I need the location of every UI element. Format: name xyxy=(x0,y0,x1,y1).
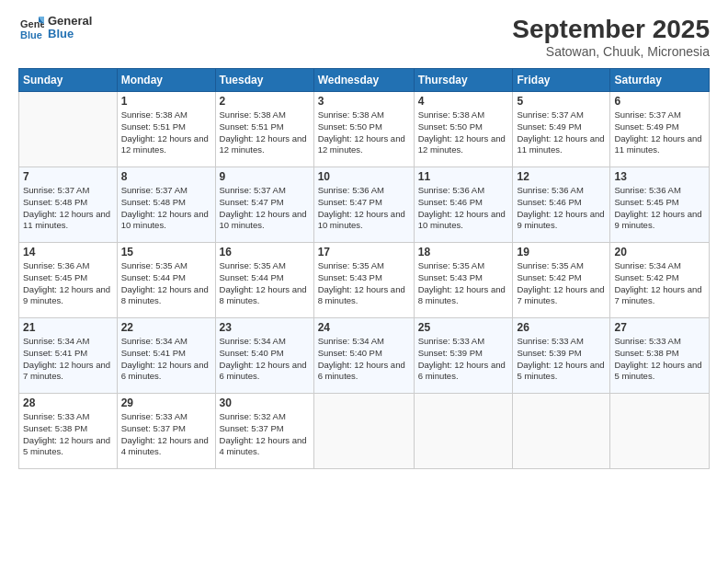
day-number: 5 xyxy=(517,95,606,108)
day-info: Sunrise: 5:37 AMSunset: 5:49 PMDaylight:… xyxy=(614,109,705,156)
calendar-week-3: 14 Sunrise: 5:36 AMSunset: 5:45 PMDaylig… xyxy=(19,243,710,318)
calendar-cell: 25 Sunrise: 5:33 AMSunset: 5:39 PMDaylig… xyxy=(414,318,513,394)
col-header-saturday: Saturday xyxy=(610,69,710,92)
day-number: 28 xyxy=(23,396,113,409)
day-info: Sunrise: 5:34 AMSunset: 5:42 PMDaylight:… xyxy=(614,260,705,307)
day-info: Sunrise: 5:33 AMSunset: 5:37 PMDaylight:… xyxy=(121,411,211,458)
day-info: Sunrise: 5:35 AMSunset: 5:44 PMDaylight:… xyxy=(220,260,310,307)
day-number: 29 xyxy=(121,396,211,409)
col-header-sunday: Sunday xyxy=(19,69,118,92)
calendar-cell: 26 Sunrise: 5:33 AMSunset: 5:39 PMDaylig… xyxy=(513,318,610,394)
day-info: Sunrise: 5:35 AMSunset: 5:42 PMDaylight:… xyxy=(517,260,606,307)
day-number: 30 xyxy=(220,396,310,409)
logo-text-general: General xyxy=(48,15,92,28)
col-header-monday: Monday xyxy=(117,69,215,92)
day-number: 3 xyxy=(318,95,410,108)
day-info: Sunrise: 5:32 AMSunset: 5:37 PMDaylight:… xyxy=(220,411,310,458)
day-info: Sunrise: 5:36 AMSunset: 5:46 PMDaylight:… xyxy=(418,185,509,232)
calendar-cell: 10 Sunrise: 5:36 AMSunset: 5:47 PMDaylig… xyxy=(313,167,414,243)
day-number: 15 xyxy=(121,246,211,259)
calendar-cell: 1 Sunrise: 5:38 AMSunset: 5:51 PMDayligh… xyxy=(117,92,215,167)
day-number: 18 xyxy=(418,246,509,259)
calendar-cell xyxy=(513,394,610,469)
day-info: Sunrise: 5:37 AMSunset: 5:48 PMDaylight:… xyxy=(121,185,211,232)
calendar-cell: 2 Sunrise: 5:38 AMSunset: 5:51 PMDayligh… xyxy=(215,92,313,167)
calendar-cell: 12 Sunrise: 5:36 AMSunset: 5:46 PMDaylig… xyxy=(513,167,610,243)
day-number: 11 xyxy=(418,170,509,183)
calendar-cell: 19 Sunrise: 5:35 AMSunset: 5:42 PMDaylig… xyxy=(513,243,610,318)
day-info: Sunrise: 5:34 AMSunset: 5:40 PMDaylight:… xyxy=(318,336,410,383)
day-info: Sunrise: 5:38 AMSunset: 5:50 PMDaylight:… xyxy=(418,109,509,156)
day-info: Sunrise: 5:36 AMSunset: 5:45 PMDaylight:… xyxy=(23,260,113,307)
day-number: 21 xyxy=(23,321,113,334)
calendar-cell: 3 Sunrise: 5:38 AMSunset: 5:50 PMDayligh… xyxy=(313,92,414,167)
calendar-cell: 15 Sunrise: 5:35 AMSunset: 5:44 PMDaylig… xyxy=(117,243,215,318)
day-info: Sunrise: 5:35 AMSunset: 5:44 PMDaylight:… xyxy=(121,260,211,307)
subtitle: Satowan, Chuuk, Micronesia xyxy=(512,44,710,59)
day-info: Sunrise: 5:37 AMSunset: 5:49 PMDaylight:… xyxy=(517,109,606,156)
day-number: 6 xyxy=(614,95,705,108)
calendar-cell: 13 Sunrise: 5:36 AMSunset: 5:45 PMDaylig… xyxy=(610,167,710,243)
logo: General Blue General Blue xyxy=(18,15,92,41)
day-number: 1 xyxy=(121,95,211,108)
calendar-cell xyxy=(610,394,710,469)
calendar-cell: 28 Sunrise: 5:33 AMSunset: 5:38 PMDaylig… xyxy=(19,394,118,469)
title-block: September 2025 Satowan, Chuuk, Micronesi… xyxy=(512,15,710,59)
day-number: 2 xyxy=(220,95,310,108)
calendar-cell xyxy=(313,394,414,469)
day-info: Sunrise: 5:36 AMSunset: 5:45 PMDaylight:… xyxy=(614,185,705,232)
day-number: 24 xyxy=(318,321,410,334)
day-info: Sunrise: 5:38 AMSunset: 5:51 PMDaylight:… xyxy=(220,109,310,156)
day-number: 17 xyxy=(318,246,410,259)
calendar-cell: 22 Sunrise: 5:34 AMSunset: 5:41 PMDaylig… xyxy=(117,318,215,394)
day-info: Sunrise: 5:33 AMSunset: 5:38 PMDaylight:… xyxy=(23,411,113,458)
day-number: 16 xyxy=(220,246,310,259)
calendar-cell: 6 Sunrise: 5:37 AMSunset: 5:49 PMDayligh… xyxy=(610,92,710,167)
day-number: 26 xyxy=(517,321,606,334)
calendar-cell: 17 Sunrise: 5:35 AMSunset: 5:43 PMDaylig… xyxy=(313,243,414,318)
calendar-cell: 18 Sunrise: 5:35 AMSunset: 5:43 PMDaylig… xyxy=(414,243,513,318)
calendar-cell: 29 Sunrise: 5:33 AMSunset: 5:37 PMDaylig… xyxy=(117,394,215,469)
day-number: 12 xyxy=(517,170,606,183)
calendar-cell: 7 Sunrise: 5:37 AMSunset: 5:48 PMDayligh… xyxy=(19,167,118,243)
calendar-cell xyxy=(19,92,118,167)
day-number: 14 xyxy=(23,246,113,259)
calendar-header-row: SundayMondayTuesdayWednesdayThursdayFrid… xyxy=(19,69,710,92)
day-info: Sunrise: 5:37 AMSunset: 5:47 PMDaylight:… xyxy=(220,185,310,232)
calendar-cell: 5 Sunrise: 5:37 AMSunset: 5:49 PMDayligh… xyxy=(513,92,610,167)
day-info: Sunrise: 5:34 AMSunset: 5:41 PMDaylight:… xyxy=(121,336,211,383)
calendar-cell: 14 Sunrise: 5:36 AMSunset: 5:45 PMDaylig… xyxy=(19,243,118,318)
main-title: September 2025 xyxy=(512,15,710,44)
calendar-cell: 8 Sunrise: 5:37 AMSunset: 5:48 PMDayligh… xyxy=(117,167,215,243)
day-number: 19 xyxy=(517,246,606,259)
day-info: Sunrise: 5:34 AMSunset: 5:41 PMDaylight:… xyxy=(23,336,113,383)
day-number: 23 xyxy=(220,321,310,334)
calendar-week-5: 28 Sunrise: 5:33 AMSunset: 5:38 PMDaylig… xyxy=(19,394,710,469)
day-info: Sunrise: 5:33 AMSunset: 5:39 PMDaylight:… xyxy=(418,336,509,383)
day-number: 20 xyxy=(614,246,705,259)
svg-text:Blue: Blue xyxy=(20,29,42,40)
calendar-cell: 24 Sunrise: 5:34 AMSunset: 5:40 PMDaylig… xyxy=(313,318,414,394)
day-info: Sunrise: 5:35 AMSunset: 5:43 PMDaylight:… xyxy=(318,260,410,307)
logo-icon: General Blue xyxy=(18,15,44,40)
calendar-cell: 21 Sunrise: 5:34 AMSunset: 5:41 PMDaylig… xyxy=(19,318,118,394)
day-info: Sunrise: 5:37 AMSunset: 5:48 PMDaylight:… xyxy=(23,185,113,232)
calendar-cell xyxy=(414,394,513,469)
calendar-cell: 23 Sunrise: 5:34 AMSunset: 5:40 PMDaylig… xyxy=(215,318,313,394)
day-info: Sunrise: 5:38 AMSunset: 5:50 PMDaylight:… xyxy=(318,109,410,156)
col-header-thursday: Thursday xyxy=(414,69,513,92)
calendar-week-2: 7 Sunrise: 5:37 AMSunset: 5:48 PMDayligh… xyxy=(19,167,710,243)
day-info: Sunrise: 5:36 AMSunset: 5:46 PMDaylight:… xyxy=(517,185,606,232)
calendar-cell: 9 Sunrise: 5:37 AMSunset: 5:47 PMDayligh… xyxy=(215,167,313,243)
day-number: 7 xyxy=(23,170,113,183)
calendar-cell: 16 Sunrise: 5:35 AMSunset: 5:44 PMDaylig… xyxy=(215,243,313,318)
header: General Blue General Blue September 2025… xyxy=(18,15,710,59)
day-info: Sunrise: 5:38 AMSunset: 5:51 PMDaylight:… xyxy=(121,109,211,156)
calendar-cell: 27 Sunrise: 5:33 AMSunset: 5:38 PMDaylig… xyxy=(610,318,710,394)
day-number: 25 xyxy=(418,321,509,334)
day-number: 13 xyxy=(614,170,705,183)
calendar-cell: 4 Sunrise: 5:38 AMSunset: 5:50 PMDayligh… xyxy=(414,92,513,167)
day-info: Sunrise: 5:33 AMSunset: 5:39 PMDaylight:… xyxy=(517,336,606,383)
calendar-week-4: 21 Sunrise: 5:34 AMSunset: 5:41 PMDaylig… xyxy=(19,318,710,394)
day-number: 8 xyxy=(121,170,211,183)
